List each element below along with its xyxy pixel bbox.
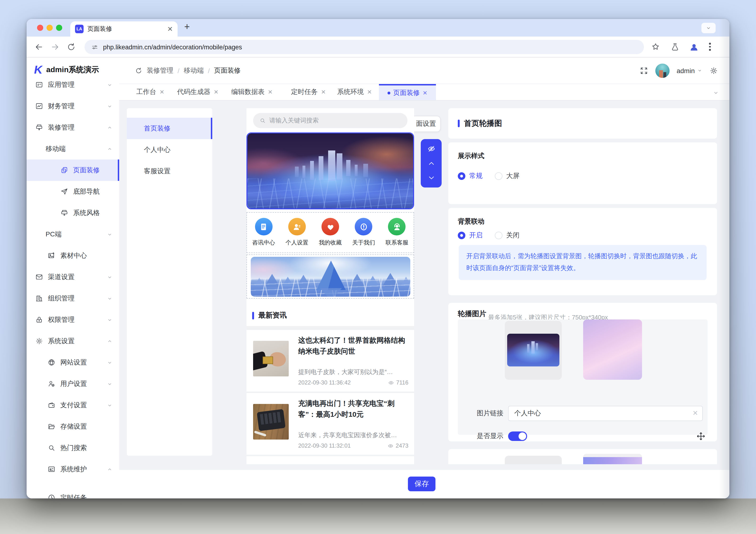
extension-flask-icon[interactable] [670,42,680,51]
tab-code-generator[interactable]: 代码生成器✕ [177,84,218,100]
tab-close-icon[interactable]: ✕ [423,90,427,96]
icon-nav-widget[interactable]: 咨讯中心 个人设置 我的收藏 [247,212,414,253]
sidebar-item-system-settings[interactable]: 系统设置 [27,330,119,352]
sidebar-item-organization[interactable]: 组织管理 [27,288,119,309]
nav-item-news[interactable]: 咨讯中心 [247,213,280,253]
news-item[interactable]: 充满电再出门！共享充电宝“刺客”：最高1小时10元 近年来，共享充电宝因涨价多次… [247,393,414,455]
sidebar-item-system-style[interactable]: 系统风格 [27,202,119,224]
browser-tab[interactable]: LA 页面装修 ✕ [70,21,177,37]
breadcrumb-item[interactable]: 装修管理 [147,66,173,75]
sidebar-item-payment-settings[interactable]: 支付设置 [27,394,119,416]
page-item-label: 客服设置 [144,167,171,175]
page-item-home[interactable]: 首页装修 [127,118,212,139]
settings-gear-icon[interactable] [710,66,718,75]
profile-icon[interactable] [689,42,699,52]
url-bar[interactable]: php.likeadmin.cn/admin/decoration/mobile… [85,40,644,54]
fullscreen-icon[interactable] [640,66,648,75]
radio-normal[interactable]: 常规 [458,172,482,180]
nav-item-about[interactable]: 关于我们 [347,213,380,253]
news-item[interactable]: 这也太科幻了！世界首款网格结构纳米电子皮肤问世 提到电子皮肤，大家可别以为是“…… [247,330,414,391]
macos-minimize-button[interactable] [46,25,53,31]
macos-zoom-button[interactable] [56,25,62,31]
tab-system-env[interactable]: 系统环境✕ [337,84,372,100]
nav-item-favorites[interactable]: 我的收藏 [314,213,347,253]
back-icon[interactable] [34,42,44,52]
radio-on[interactable]: 开启 [458,231,482,240]
forward-icon[interactable] [50,42,60,52]
sidebar-item-finance[interactable]: 财务管理 [27,95,119,117]
tab-close-icon[interactable]: ✕ [167,26,173,32]
radio-off[interactable]: 关闭 [495,231,520,240]
sidebar-item-pc[interactable]: PC端 [27,224,119,245]
tab-label: 定时任务 [291,88,318,96]
tab-close-icon[interactable]: ✕ [214,89,218,95]
tabs-overflow-chevron-icon[interactable] [713,90,719,96]
sidebar-item-page-decoration[interactable]: 页面装修 [27,159,119,181]
tab-search-button[interactable] [701,23,716,33]
page-item-personal-center[interactable]: 个人中心 [127,139,212,160]
sidebar-item-storage-settings[interactable]: 存储设置 [27,416,119,437]
carousel-thumb-frame[interactable] [505,321,562,380]
panel-title: 首页轮播图 [464,119,502,128]
nav-item-contact-service[interactable]: 联系客服 [380,213,414,253]
carousel-thumb-background[interactable] [583,319,642,380]
sidebar-item-hot-search[interactable]: 热门搜索 [27,437,119,459]
image-link-input[interactable] [508,406,703,421]
page-item-customer-service[interactable]: 客服设置 [127,160,212,182]
sidebar-item-material-center[interactable]: 素材中心 [27,245,119,266]
preview-search-bar[interactable]: 请输入关键词搜索 [253,113,407,128]
tab-close-icon[interactable]: ✕ [367,89,372,95]
favicon: LA [75,25,84,33]
new-tab-button[interactable]: + [184,21,190,32]
sidebar-item-scheduled-tasks[interactable]: 定时任务 [27,487,119,498]
tab-close-icon[interactable]: ✕ [268,89,273,95]
move-down-icon[interactable] [427,173,436,182]
sidebar-item-app-manage[interactable]: 应用管理 [27,74,119,95]
tab-workbench[interactable]: 工作台✕ [136,84,164,100]
sidebar-item-label: 存储设置 [60,422,87,431]
save-button[interactable]: 保存 [408,477,436,491]
person-icon [288,218,306,235]
sidebar-item-channel[interactable]: 渠道设置 [27,266,119,288]
tab-close-icon[interactable]: ✕ [321,89,326,95]
browser-menu-icon[interactable] [709,43,711,51]
chart-icon [35,102,43,110]
news-meta: 2022-09-30 11:32:01 2473 [298,442,408,449]
sidebar-item-decoration[interactable]: 装修管理 [27,117,119,138]
tab-page-decoration-active[interactable]: 页面装修✕ [379,84,436,100]
sidebar-item-permission[interactable]: 权限管理 [27,309,119,330]
carousel-thumb-frame[interactable] [505,456,562,464]
sidebar-item-website-settings[interactable]: 网站设置 [27,352,119,373]
carousel-banner-widget[interactable] [247,254,414,299]
macos-close-button[interactable] [37,25,43,31]
sidebar-item-bottom-nav[interactable]: 底部导航 [27,181,119,202]
sidebar-item-mobile[interactable]: 移动端 [27,138,119,159]
radio-large-screen[interactable]: 大屏 [495,172,520,180]
nav-item-personal[interactable]: 个人设置 [280,213,313,253]
user-avatar[interactable] [655,63,670,78]
page-settings-button[interactable]: 面设置 [411,116,441,132]
tab-edit-table[interactable]: 编辑数据表✕ [231,84,273,100]
bookmark-star-icon[interactable] [651,42,660,51]
breadcrumb-item[interactable]: 移动端 [184,66,204,75]
sidebar-item-system-maintenance[interactable]: 系统维护 [27,459,119,480]
sidebar-item-user-settings[interactable]: 用户设置 [27,373,119,394]
show-toggle-switch[interactable] [508,432,527,441]
move-up-icon[interactable] [427,159,436,168]
browser-tab-title: 页面装修 [87,25,167,33]
site-settings-icon[interactable] [91,43,98,51]
style-icon [60,209,68,217]
carousel-banner-selected[interactable] [247,132,414,209]
reload-icon[interactable] [67,42,76,52]
carousel-thumb-background[interactable] [583,454,642,464]
tab-scheduled-tasks[interactable]: 定时任务✕ [291,84,326,100]
user-menu[interactable]: admin [677,67,702,74]
news-meta: 2022-09-30 11:36:42 7116 [298,379,408,386]
hide-eye-off-icon[interactable] [427,145,436,153]
clear-icon[interactable]: ✕ [692,410,698,416]
sidebar-item-label: 系统设置 [48,337,74,345]
sidebar-item-label: 权限管理 [48,315,74,324]
drag-move-icon[interactable] [696,432,706,441]
tab-close-icon[interactable]: ✕ [160,89,164,95]
refresh-icon[interactable] [135,67,143,74]
